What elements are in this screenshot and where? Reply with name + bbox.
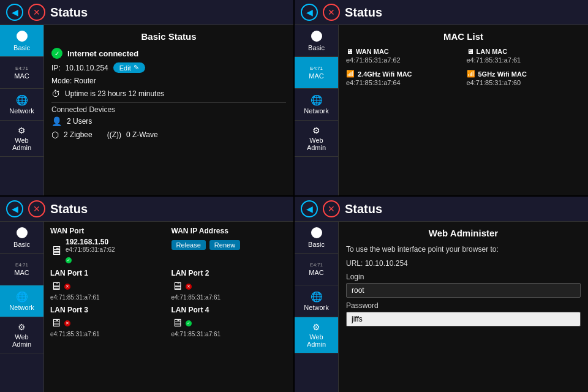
zwave-count: 0 Z-Wave	[126, 130, 158, 139]
wan-mac-item: 🖥 WAN MAC e4:71:85:31:a7:62	[346, 48, 461, 64]
sidebar-item-basic-3[interactable]: Basic	[0, 222, 43, 254]
basic-status-title: Basic Status	[51, 31, 286, 42]
close-button-4[interactable]: ✕	[323, 200, 340, 217]
basic-icon-2	[311, 31, 322, 42]
wifi-icon-5: 📶	[467, 70, 475, 78]
panel2-body: Basic E4:71 MAC 🌐 Network ⚙ WebAdmin MAC…	[295, 25, 588, 195]
release-button[interactable]: Release	[172, 240, 206, 250]
sidebar-label-basic-2: Basic	[308, 44, 325, 51]
close-button-3[interactable]: ✕	[28, 200, 45, 217]
wifi24-mac-label-row: 📶 2.4GHz Wifi MAC	[346, 70, 461, 78]
sidebar-label-network-4: Network	[304, 304, 328, 311]
edit-label: Edit	[119, 64, 131, 72]
sidebar-label-mac-3: MAC	[14, 269, 29, 276]
lan-port-grid: LAN Port 1 🖥 ✕ e4:71:85:31:a7:61 LAN Por…	[50, 269, 287, 337]
sidebar-item-mac-4[interactable]: E4:71 MAC	[295, 254, 338, 285]
login-input[interactable]	[346, 283, 581, 298]
panel1-header: ◀ ✕ Status	[0, 0, 293, 25]
web-admin-url: URL: 10.10.10.254	[346, 258, 581, 269]
panel3-body: Basic E4:71 MAC 🌐 Network ⚙ WebAdmin WAN…	[0, 222, 293, 392]
sidebar-item-network-3[interactable]: 🌐 Network	[0, 285, 43, 317]
back-button-4[interactable]: ◀	[301, 200, 318, 217]
panel4-body: Basic E4:71 MAC 🌐 Network ⚙ WebAdmin Web…	[295, 222, 588, 392]
wifi24-mac-item: 📶 2.4GHz Wifi MAC e4:71:85:31:a7:64	[346, 70, 461, 86]
password-label: Password	[346, 301, 581, 310]
sidebar-label-webadmin-4: WebAdmin	[307, 333, 326, 348]
back-button-1[interactable]: ◀	[6, 4, 23, 21]
panel1-title: Status	[50, 6, 88, 20]
sidebar-label-network-1: Network	[9, 107, 34, 115]
wifi5-mac-item: 📶 5GHz Wifi MAC e4:71:85:31:a7:60	[467, 70, 581, 86]
zigbee-zwave-row: ⬡ 2 Zigbee ((Z)) 0 Z-Wave	[51, 130, 286, 140]
back-button-3[interactable]: ◀	[6, 200, 23, 217]
sidebar-item-webadmin-2[interactable]: ⚙ WebAdmin	[295, 121, 338, 157]
sidebar-item-webadmin-4[interactable]: ⚙ WebAdmin	[295, 317, 338, 353]
lan4-status-dot: ✓	[186, 320, 192, 326]
webadmin-icon-2: ⚙	[312, 126, 320, 135]
edit-pen-icon: ✎	[134, 64, 139, 72]
lan3-port-item: LAN Port 3 🖥 ✕ e4:71:85:31:a7:61	[50, 306, 167, 337]
panel2-sidebar: Basic E4:71 MAC 🌐 Network ⚙ WebAdmin	[295, 25, 339, 195]
panel-basic-status: ◀ ✕ Status Basic E4:71 MAC 🌐 Network ⚙ W…	[0, 0, 293, 195]
panel-network-status: ◀ ✕ Status Basic E4:71 MAC 🌐 Network ⚙ W…	[0, 197, 293, 392]
wan-btn-row: Release Renew	[172, 240, 288, 250]
sidebar-item-basic-4[interactable]: Basic	[295, 222, 338, 254]
renew-button[interactable]: Renew	[209, 240, 240, 250]
internet-check-icon: ✓	[51, 48, 62, 59]
webadmin-icon-1: ⚙	[18, 126, 26, 135]
wan-port-icon: 🖥	[50, 244, 62, 258]
sidebar-item-network-1[interactable]: 🌐 Network	[0, 89, 43, 121]
panel4-title: Status	[345, 202, 382, 216]
wan-ip-section: WAN IP Address Release Renew	[172, 227, 288, 264]
sidebar-label-webadmin-1: WebAdmin	[12, 137, 31, 151]
webadmin-icon-4: ⚙	[312, 322, 320, 332]
lan2-port-icon: 🖥	[172, 280, 183, 293]
sidebar-item-basic-2[interactable]: Basic	[295, 25, 338, 57]
password-input[interactable]	[346, 312, 581, 326]
panel1-content: Basic Status ✓ Internet connected IP: 10…	[44, 25, 293, 195]
connected-label: Connected Devices	[51, 105, 286, 114]
back-button-2[interactable]: ◀	[301, 4, 318, 21]
lan-mac-label: LAN MAC	[477, 48, 508, 55]
sidebar-item-mac-3[interactable]: E4:71 MAC	[0, 254, 43, 285]
wan-ip-label: WAN IP Address	[172, 227, 288, 235]
mac-grid: 🖥 WAN MAC e4:71:85:31:a7:62 🖥 LAN MAC e4…	[346, 48, 581, 86]
panel4-header: ◀ ✕ Status	[295, 197, 588, 222]
panel1-sidebar: Basic E4:71 MAC 🌐 Network ⚙ WebAdmin	[0, 25, 44, 195]
mac-prefix-1: E4:71	[15, 66, 28, 71]
lan4-port-item: LAN Port 4 🖥 ✓ e4:71:85:31:a7:61	[172, 306, 288, 337]
lan4-label: LAN Port 4	[172, 306, 288, 314]
lan3-label: LAN Port 3	[50, 306, 167, 314]
lan3-port-icon: 🖥	[50, 317, 61, 330]
mode-row: Mode: Router	[51, 77, 286, 85]
sidebar-label-webadmin-3: WebAdmin	[12, 333, 31, 348]
ip-value: 10.10.10.254	[66, 64, 108, 72]
ip-label: IP:	[51, 64, 61, 72]
wan-mac-value: e4:71:85:31:a7:62	[346, 56, 461, 64]
lan-mac-label-row: 🖥 LAN MAC	[467, 48, 581, 55]
wan-status-dot: ✓	[66, 257, 72, 263]
sidebar-item-network-2[interactable]: 🌐 Network	[295, 89, 338, 121]
close-button-2[interactable]: ✕	[323, 4, 340, 21]
lan1-label: LAN Port 1	[50, 269, 167, 277]
panel1-body: Basic E4:71 MAC 🌐 Network ⚙ WebAdmin Bas…	[0, 25, 293, 195]
sidebar-label-webadmin-2: WebAdmin	[307, 137, 326, 151]
edit-ip-button[interactable]: Edit ✎	[113, 62, 145, 73]
sidebar-item-basic-1[interactable]: Basic	[0, 25, 43, 57]
basic-icon-3	[17, 227, 28, 238]
sidebar-item-network-4[interactable]: 🌐 Network	[295, 285, 338, 317]
wan-port-label: WAN Port	[50, 227, 167, 235]
sidebar-item-mac-2[interactable]: E4:71 MAC	[295, 57, 338, 89]
mode-label: Mode: Router	[51, 77, 96, 85]
sidebar-item-mac-1[interactable]: E4:71 MAC	[0, 57, 43, 89]
close-button-1[interactable]: ✕	[28, 4, 45, 21]
lan-mac-value: e4:71:85:31:a7:61	[467, 56, 581, 64]
sidebar-item-webadmin-3[interactable]: ⚙ WebAdmin	[0, 317, 43, 353]
lan2-port-item: LAN Port 2 🖥 ✕ e4:71:85:31:a7:61	[172, 269, 288, 301]
uptime-row: ⏱ Uptime is 23 hours 12 minutes	[51, 89, 286, 99]
panel2-title: Status	[345, 6, 382, 20]
sidebar-item-webadmin-1[interactable]: ⚙ WebAdmin	[0, 121, 43, 157]
internet-status-row: ✓ Internet connected	[51, 48, 286, 59]
divider-1	[51, 102, 286, 103]
ethernet-icon-lan: 🖥	[467, 48, 473, 55]
